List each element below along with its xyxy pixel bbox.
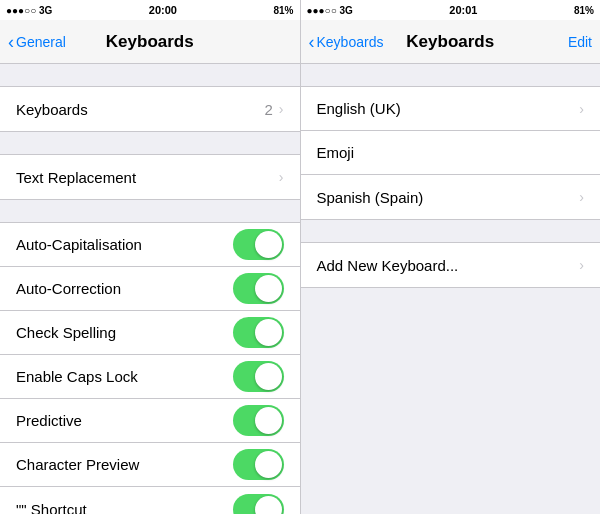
text-replacement-row[interactable]: Text Replacement › [0,155,300,199]
left-content: Keyboards 2 › Text Replacement › Auto-Ca… [0,64,300,514]
toggles-section: Auto-Capitalisation Auto-Correction Chec… [0,222,300,514]
left-signal: ●●●○○ 3G [6,5,52,16]
right-back-arrow-icon: ‹ [309,33,315,51]
auto-correct-label: Auto-Correction [16,280,233,297]
english-uk-label: English (UK) [317,100,580,117]
english-uk-chevron-icon: › [579,101,584,117]
keyboard-spanish[interactable]: Spanish (Spain) › [301,175,601,219]
keyboard-emoji[interactable]: Emoji [301,131,601,175]
toggle-row-char-preview: Character Preview [0,443,300,487]
auto-cap-toggle[interactable] [233,229,284,260]
left-panel: ●●●○○ 3G 20:00 81% ‹ General Keyboards K… [0,0,300,514]
left-time: 20:00 [149,4,177,16]
right-status-right: 81% [574,5,594,16]
toggle-row-caps-lock: Enable Caps Lock [0,355,300,399]
keyboards-section: Keyboards 2 › [0,86,300,132]
left-nav-bar: ‹ General Keyboards [0,20,300,64]
auto-cap-label: Auto-Capitalisation [16,236,233,253]
right-signal: ●●●○○ 3G [307,5,353,16]
right-panel: ●●●○○ 3G 20:01 81% ‹ Keyboards Keyboards… [301,0,601,514]
left-status-right: 81% [273,5,293,16]
shortcut-toggle[interactable] [233,494,284,515]
right-back-label: Keyboards [317,34,384,50]
text-replacement-chevron-icon: › [279,169,284,185]
right-content: English (UK) › Emoji Spanish (Spain) › A… [301,64,601,514]
right-status-bar: ●●●○○ 3G 20:01 81% [301,0,601,20]
keyboards-label: Keyboards [16,101,264,118]
check-spelling-toggle[interactable] [233,317,284,348]
keyboards-chevron-icon: › [279,101,284,117]
add-keyboard-list: Add New Keyboard... › [301,242,601,288]
add-new-chevron-icon: › [579,257,584,273]
right-battery: 81% [574,5,594,16]
add-new-keyboard-row[interactable]: Add New Keyboard... › [301,243,601,287]
toggle-row-check-spelling: Check Spelling [0,311,300,355]
left-back-label: General [16,34,66,50]
caps-lock-label: Enable Caps Lock [16,368,233,385]
check-spelling-label: Check Spelling [16,324,233,341]
right-status-left: ●●●○○ 3G [307,5,353,16]
keyboard-english-uk[interactable]: English (UK) › [301,87,601,131]
left-status-left: ●●●○○ 3G [6,5,52,16]
caps-lock-toggle[interactable] [233,361,284,392]
predictive-toggle[interactable] [233,405,284,436]
right-back-button[interactable]: ‹ Keyboards [309,33,384,51]
spanish-label: Spanish (Spain) [317,189,580,206]
shortcut-label: "" Shortcut [16,501,233,515]
back-arrow-icon: ‹ [8,33,14,51]
text-replacement-section: Text Replacement › [0,154,300,200]
add-new-keyboard-label: Add New Keyboard... [317,257,580,274]
keyboard-list: English (UK) › Emoji Spanish (Spain) › [301,86,601,220]
char-preview-toggle[interactable] [233,449,284,480]
auto-correct-toggle[interactable] [233,273,284,304]
left-status-bar: ●●●○○ 3G 20:00 81% [0,0,300,20]
right-time: 20:01 [449,4,477,16]
emoji-label: Emoji [317,144,585,161]
text-replacement-label: Text Replacement [16,169,279,186]
keyboards-row[interactable]: Keyboards 2 › [0,87,300,131]
toggle-row-shortcut: "" Shortcut [0,487,300,514]
keyboards-value: 2 [264,101,272,118]
keyboard-list-section: English (UK) › Emoji Spanish (Spain) › [301,86,601,220]
toggle-row-auto-cap: Auto-Capitalisation [0,223,300,267]
toggle-row-predictive: Predictive [0,399,300,443]
add-keyboard-section: Add New Keyboard... › [301,242,601,288]
spanish-chevron-icon: › [579,189,584,205]
right-nav-bar: ‹ Keyboards Keyboards Edit [301,20,601,64]
keyboards-cell-list: Keyboards 2 › [0,86,300,132]
left-nav-title: Keyboards [106,32,194,52]
right-edit-button[interactable]: Edit [568,34,592,50]
left-back-button[interactable]: ‹ General [8,33,66,51]
toggle-row-auto-correct: Auto-Correction [0,267,300,311]
right-nav-title: Keyboards [406,32,494,52]
left-battery: 81% [273,5,293,16]
toggles-cell-list: Auto-Capitalisation Auto-Correction Chec… [0,222,300,514]
char-preview-label: Character Preview [16,456,233,473]
predictive-label: Predictive [16,412,233,429]
text-replacement-cell-list: Text Replacement › [0,154,300,200]
